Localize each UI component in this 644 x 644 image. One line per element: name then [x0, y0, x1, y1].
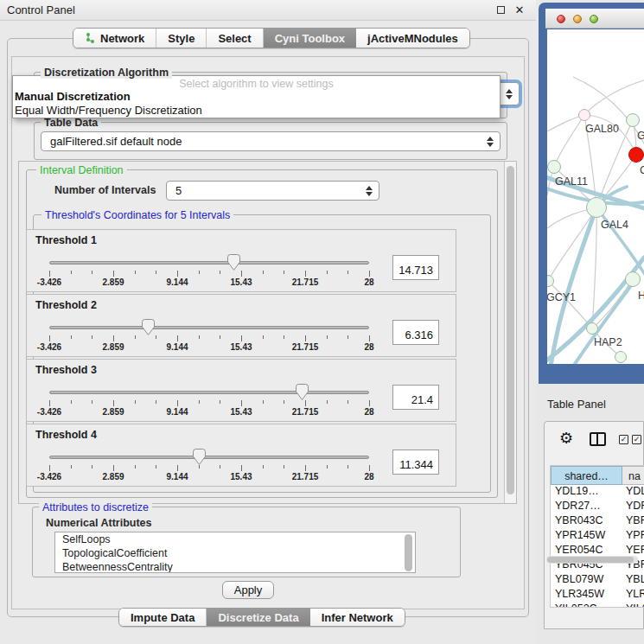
- network-node-gal80[interactable]: [578, 109, 590, 121]
- cell-name[interactable]: YIL0: [622, 603, 644, 608]
- slider-handle[interactable]: [142, 319, 155, 335]
- close-window-icon[interactable]: ✕: [513, 4, 526, 16]
- cell-shared-name[interactable]: YLR345W: [551, 588, 622, 603]
- slider-track[interactable]: [49, 456, 369, 459]
- algorithm-dropdown-popup: Select algorithm to view settings Manual…: [12, 75, 501, 118]
- cell-shared-name[interactable]: YIL052C: [551, 603, 622, 608]
- tab-impute-data[interactable]: Impute Data: [119, 609, 207, 626]
- slider-tick-label: 9.144: [166, 407, 188, 417]
- cell-shared-name[interactable]: YDR27…: [551, 500, 622, 514]
- attribute-item-topologicalcoefficient[interactable]: TopologicalCoefficient: [55, 546, 415, 560]
- number-of-intervals-combobox[interactable]: 5: [166, 181, 379, 201]
- slider-tick-label: 21.715: [292, 472, 319, 481]
- slider-tick: [284, 465, 284, 469]
- slider-tick: [305, 400, 306, 406]
- popup-option-equal-width-frequency[interactable]: Equal Width/Frequency Discretization: [13, 104, 500, 118]
- tab-infer-network[interactable]: Infer Network: [310, 609, 405, 626]
- cell-name[interactable]: YLR3: [622, 588, 644, 603]
- network-node-gal4[interactable]: [586, 197, 607, 218]
- table-row-ybl079w[interactable]: YBL079WYBL0: [551, 573, 644, 588]
- threshold-value-field[interactable]: [392, 320, 439, 345]
- slider-handle[interactable]: [227, 254, 240, 271]
- tab-label: jActiveMNodules: [367, 32, 458, 45]
- cell-shared-name[interactable]: YBR043C: [551, 514, 622, 529]
- cell-name[interactable]: YPR1: [622, 529, 644, 544]
- table-horizontal-scrollbar[interactable]: [546, 556, 638, 564]
- table-panel-title: Table Panel: [547, 398, 606, 411]
- network-node-c[interactable]: [628, 147, 644, 163]
- tab-discretize-data[interactable]: Discretize Data: [207, 609, 309, 626]
- threshold-slider: -3.4262.8599.14415.4321.71528: [27, 295, 456, 356]
- threshold-value-field[interactable]: [392, 255, 439, 280]
- network-node-h[interactable]: [625, 271, 641, 287]
- slider-tick: [305, 335, 306, 341]
- table-row-ypr145w[interactable]: YPR145WYPR1: [551, 529, 644, 544]
- scrollbar-thumb[interactable]: [507, 166, 514, 494]
- tab-jactivemnodules[interactable]: jActiveMNodules: [356, 29, 469, 48]
- cell-name[interactable]: YDL1: [622, 485, 644, 500]
- combo-arrows-icon: [506, 89, 513, 99]
- slider-track[interactable]: [49, 261, 369, 265]
- cell-shared-name[interactable]: YDL19…: [551, 485, 622, 500]
- slider-tick: [177, 465, 178, 471]
- attribute-items: SelfLoopsTopologicalCoefficientBetweenne…: [55, 532, 415, 573]
- threshold-value-field[interactable]: [392, 450, 439, 475]
- app-root: Control Panel ✕ NetworkStyleSelectCyni T…: [0, 0, 644, 644]
- table-row-ybr043c[interactable]: YBR043CYBR0: [551, 514, 644, 529]
- network-node-hap2[interactable]: [586, 322, 598, 335]
- attributes-scrollbar-thumb[interactable]: [405, 534, 412, 571]
- slider-tick: [263, 335, 264, 339]
- popup-option-manual-discretization[interactable]: Manual Discretization: [13, 90, 500, 104]
- slider-handle[interactable]: [193, 449, 206, 465]
- scrollbar-thumb[interactable]: [547, 557, 634, 563]
- cell-shared-name[interactable]: YPR145W: [551, 529, 622, 544]
- gear-icon[interactable]: ⚙: [559, 429, 573, 448]
- tab-style[interactable]: Style: [156, 29, 207, 48]
- slider-tick-label: 28: [364, 342, 373, 352]
- cell-name[interactable]: YDR2: [622, 500, 644, 514]
- slider-tick-label: 15.43: [230, 407, 252, 417]
- threshold-value-field[interactable]: [392, 385, 439, 410]
- minimize-traffic-light[interactable]: [573, 15, 582, 23]
- table-data-group-title: Table Data: [41, 117, 101, 129]
- checkbox-icon[interactable]: ✓: [619, 435, 628, 444]
- tab-label: Network: [100, 32, 144, 45]
- column-header-name[interactable]: na: [622, 466, 644, 485]
- zoom-traffic-light[interactable]: [590, 15, 598, 23]
- cell-name[interactable]: YBR0: [622, 514, 644, 529]
- float-window-icon[interactable]: [494, 4, 507, 16]
- slider-tick: [135, 400, 136, 404]
- node-label-gal80: GAL80: [585, 123, 619, 135]
- network-node-ga[interactable]: [626, 113, 640, 127]
- column-header-shared-name[interactable]: shared…: [551, 466, 622, 485]
- interval-vertical-scrollbar[interactable]: [504, 162, 516, 503]
- slider-tick: [113, 335, 114, 341]
- tab-label: Impute Data: [131, 611, 194, 624]
- network-canvas[interactable]: GAL80GACGAL11GAL4GCY1HHAP2: [547, 29, 644, 364]
- table-row-ydr27[interactable]: YDR27…YDR2: [551, 500, 644, 514]
- tab-cyni-toolbox[interactable]: Cyni Toolbox: [264, 29, 356, 48]
- slider-tick: [156, 271, 156, 274]
- attribute-item-betweennesscentrality[interactable]: BetweennessCentrality: [55, 560, 415, 573]
- tab-select[interactable]: Select: [207, 29, 263, 48]
- apply-button[interactable]: Apply: [222, 581, 274, 599]
- table-row-ydl19[interactable]: YDL19…YDL1: [551, 485, 644, 500]
- network-node[interactable]: [615, 351, 627, 363]
- slider-handle[interactable]: [296, 384, 309, 400]
- slider-tick: [220, 271, 220, 274]
- table-data-combobox[interactable]: galFiltered.sif default node: [41, 131, 501, 151]
- table-row-ylr345w[interactable]: YLR345WYLR3: [551, 588, 644, 603]
- network-node-gal11[interactable]: [547, 160, 561, 174]
- cell-shared-name[interactable]: YBL079W: [551, 573, 622, 588]
- split-columns-icon[interactable]: [590, 432, 606, 446]
- tab-network[interactable]: Network: [73, 29, 156, 48]
- close-traffic-light[interactable]: [557, 15, 565, 23]
- slider-tick: [199, 335, 200, 339]
- slider-track[interactable]: [49, 391, 369, 394]
- cell-name[interactable]: YBL0: [622, 573, 644, 588]
- attribute-item-selfloops[interactable]: SelfLoops: [55, 532, 415, 546]
- table-row-yil052c[interactable]: YIL052CYIL0: [551, 603, 644, 608]
- slider-track[interactable]: [49, 326, 369, 329]
- checkbox-icon[interactable]: ✓: [632, 435, 641, 444]
- tab-label: Select: [218, 32, 251, 45]
